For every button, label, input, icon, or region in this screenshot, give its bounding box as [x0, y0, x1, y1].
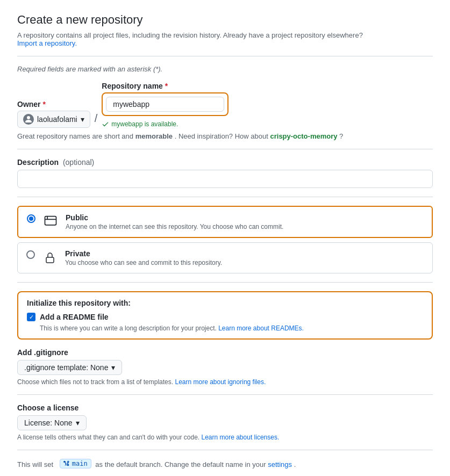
branch-icon — [63, 460, 70, 467]
description-label: Description (optional) — [17, 158, 94, 167]
private-radio[interactable] — [26, 250, 35, 259]
svg-rect-3 — [46, 257, 54, 263]
owner-repo-row: Owner * laoluafolami ▾ / Repository name… — [17, 82, 433, 128]
gitignore-dropdown[interactable]: .gitignore template: None ▾ — [17, 360, 122, 375]
suggestion-link[interactable]: crispy-octo-memory — [270, 132, 337, 140]
readme-checkbox[interactable]: ✓ — [27, 313, 35, 321]
required-fields-note: Required fields are marked with an aster… — [17, 65, 433, 73]
initialize-section: Initialize this repository with: ✓ Add a… — [17, 291, 433, 340]
owner-value: laoluafolami — [37, 115, 77, 124]
license-section: Choose a license License: None ▾ A licen… — [17, 403, 433, 441]
default-branch-note: This will set main as the default branch… — [17, 459, 433, 468]
inspiration-row: Great repository names are short and mem… — [17, 132, 433, 140]
visibility-private-option[interactable]: Private You choose who can see and commi… — [17, 242, 433, 273]
owner-field-group: Owner * laoluafolami ▾ — [17, 100, 90, 128]
repo-name-field-group: Repository name * mywebapp is available. — [102, 82, 228, 128]
divider-license — [17, 394, 433, 395]
private-icon — [41, 249, 59, 266]
slash-divider: / — [95, 112, 98, 128]
checkmark-icon: ✓ — [29, 314, 34, 320]
license-note: A license tells others what they can and… — [17, 434, 433, 441]
gitignore-title: Add .gitignore — [17, 348, 433, 357]
owner-dropdown-arrow: ▾ — [81, 115, 84, 124]
svg-rect-0 — [45, 217, 56, 225]
settings-link[interactable]: settings — [268, 460, 292, 468]
gitignore-note: Choose which files not to track from a l… — [17, 378, 433, 386]
public-text: Public Anyone on the internet can see th… — [66, 213, 423, 230]
learn-more-gitignore-link[interactable]: Learn more about ignoring files. — [175, 378, 266, 386]
private-text: Private You choose who can see and commi… — [65, 249, 424, 266]
public-title: Public — [66, 213, 423, 222]
available-check-icon — [102, 120, 109, 128]
readme-checkbox-row[interactable]: ✓ Add a README file — [27, 313, 423, 321]
public-desc: Anyone on the internet can see this repo… — [66, 223, 423, 230]
initialize-title: Initialize this repository with: — [27, 299, 423, 307]
owner-select[interactable]: laoluafolami ▾ — [17, 111, 90, 128]
repo-name-label: Repository name * — [102, 82, 228, 90]
divider-description — [17, 149, 433, 149]
divider-init — [17, 282, 433, 283]
page-title: Create a new repository — [17, 13, 433, 27]
learn-more-readme-link[interactable]: Learn more about READMEs. — [218, 324, 304, 332]
divider-branch — [17, 450, 433, 450]
description-section: Description (optional) — [17, 158, 433, 188]
owner-label: Owner * — [17, 100, 90, 109]
private-title: Private — [65, 249, 424, 258]
public-icon — [42, 213, 59, 230]
license-title: Choose a license — [17, 403, 433, 412]
description-optional: (optional) — [63, 158, 94, 167]
repo-name-wrapper — [102, 92, 228, 116]
public-radio[interactable] — [27, 214, 35, 223]
readme-label: Add a README file — [40, 313, 109, 321]
avatar — [23, 114, 34, 125]
private-desc: You choose who can see and commit to thi… — [65, 259, 424, 266]
branch-badge: main — [60, 459, 91, 468]
license-dropdown-arrow: ▾ — [76, 419, 80, 427]
divider-top — [17, 56, 433, 56]
available-message: mywebapp is available. — [102, 120, 228, 128]
gitignore-dropdown-arrow: ▾ — [111, 363, 115, 372]
repo-name-input[interactable] — [106, 97, 224, 112]
page-subtitle: A repository contains all project files,… — [17, 31, 433, 47]
license-dropdown[interactable]: License: None ▾ — [17, 415, 87, 430]
visibility-section: Public Anyone on the internet can see th… — [17, 206, 433, 273]
visibility-public-option[interactable]: Public Anyone on the internet can see th… — [17, 206, 433, 238]
gitignore-section: Add .gitignore .gitignore template: None… — [17, 348, 433, 386]
import-repository-link[interactable]: Import a repository. — [17, 39, 77, 47]
readme-desc: This is where you can write a long descr… — [40, 324, 423, 332]
learn-more-license-link[interactable]: Learn more about licenses. — [202, 434, 280, 441]
repo-name-required-star: * — [165, 82, 168, 90]
owner-required-star: * — [42, 100, 45, 109]
description-input[interactable] — [17, 170, 433, 188]
divider-visibility — [17, 197, 433, 197]
